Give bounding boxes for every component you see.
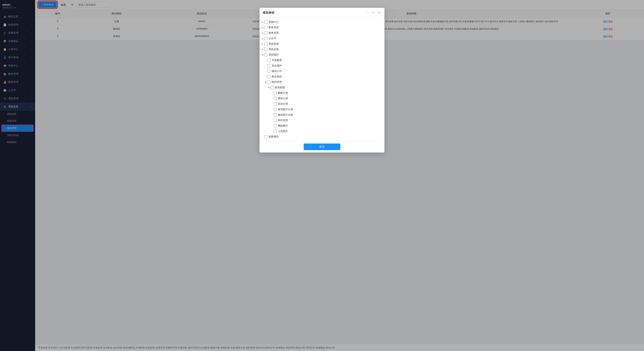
tree-item-财务管理[interactable]: ▶财务管理	[260, 30, 384, 36]
modal-backdrop: 添加身份 − □ × ▶营销中心▶教务管理▶财务管理▶公众号▶系统管理▶系统设置…	[0, 0, 644, 351]
tree-label: 更新分类	[278, 97, 288, 100]
tree-arrow-icon[interactable]: ▶	[261, 26, 264, 29]
tree-label: 附件管理	[272, 80, 282, 84]
modal-maximize-button[interactable]: □	[371, 10, 376, 15]
tree-label: 刷新缓存	[268, 135, 279, 138]
tree-checkbox-删除分类[interactable]	[274, 91, 277, 95]
tree-label: 上传图片	[278, 129, 288, 133]
tree-label: 删除分类	[278, 91, 288, 95]
tree-checkbox-附件管理[interactable]	[274, 119, 277, 122]
tree-arrow-icon[interactable]: ▶	[261, 21, 264, 23]
tree-label: 系统管理	[268, 42, 279, 46]
tree-item-附加权限[interactable]: ▼附加权限	[266, 85, 384, 90]
submit-button[interactable]: 提交	[304, 143, 340, 150]
tree-label: 营销中心	[268, 20, 279, 24]
tree-label: 系统维护	[268, 53, 279, 56]
tree-label: 附件管理	[278, 119, 288, 122]
tree-item-物流公司[interactable]: 物流公司	[263, 68, 384, 74]
tree-label: 物流公司	[272, 69, 282, 73]
tree-label: 开发配置	[272, 58, 282, 62]
tree-checkbox-教务管理[interactable]	[264, 26, 267, 29]
tree-checkbox-附加权限[interactable]	[270, 86, 274, 89]
tree-label: 安全维护	[272, 64, 282, 67]
tree-item-移动图片分类[interactable]: 移动图片分类	[269, 107, 384, 112]
tree-checkbox-附件管理[interactable]	[267, 80, 270, 84]
tree-checkbox-修改图片名称[interactable]	[274, 113, 277, 116]
modal-tree: ▶营销中心▶教务管理▶财务管理▶公众号▶系统管理▶系统设置▼系统维护开发配置安全…	[260, 19, 384, 139]
tree-checkbox-物流公司[interactable]	[267, 70, 270, 73]
modal-close-button[interactable]: ×	[377, 10, 381, 15]
tree-checkbox-移动图片分类[interactable]	[274, 108, 277, 111]
tree-checkbox-系统管理[interactable]	[264, 42, 267, 45]
tree-checkbox-添加分类[interactable]	[274, 102, 277, 105]
tree-arrow-icon[interactable]: ▶	[261, 48, 264, 50]
tree-label: 附加权限	[275, 86, 285, 89]
tree-label: 教务管理	[268, 26, 279, 29]
tree-item-系统设置[interactable]: ▶系统设置	[260, 47, 384, 52]
tree-checkbox-系统设置[interactable]	[264, 48, 267, 51]
modal-controls: − □ ×	[366, 10, 381, 15]
tree-label: 公众号	[268, 37, 276, 40]
tree-item-删除图片[interactable]: 删除图片	[269, 123, 384, 128]
tree-item-公众号[interactable]: ▶公众号	[260, 36, 384, 41]
tree-arrow-icon[interactable]: ▶	[261, 32, 264, 34]
tree-item-教务管理[interactable]: ▶教务管理	[260, 25, 384, 30]
tree-checkbox-刷新缓存[interactable]	[264, 135, 267, 138]
tree-arrow-icon[interactable]: ▼	[264, 81, 267, 83]
add-identity-modal: 添加身份 − □ × ▶营销中心▶教务管理▶财务管理▶公众号▶系统管理▶系统设置…	[260, 8, 384, 152]
tree-item-附件管理[interactable]: 附件管理	[269, 118, 384, 123]
tree-label: 商业授权	[272, 75, 282, 78]
tree-item-修改图片名称[interactable]: 修改图片名称	[269, 112, 384, 118]
tree-label: 删除图片	[278, 124, 288, 127]
modal-header: 添加身份 − □ ×	[260, 8, 384, 18]
tree-item-系统管理[interactable]: ▶系统管理	[260, 41, 384, 47]
tree-item-上传图片[interactable]: 上传图片	[269, 128, 384, 134]
tree-item-附件管理[interactable]: ▼附件管理	[263, 79, 384, 85]
tree-checkbox-删除图片[interactable]	[274, 124, 277, 127]
tree-item-删除分类[interactable]: 删除分类	[269, 90, 384, 96]
tree-item-刷新缓存[interactable]: 刷新缓存	[260, 134, 384, 139]
tree-label: 修改图片名称	[278, 113, 293, 117]
tree-item-更新分类[interactable]: 更新分类	[269, 96, 384, 101]
tree-arrow-icon[interactable]: ▼	[267, 87, 270, 89]
tree-checkbox-安全维护[interactable]	[267, 64, 270, 67]
tree-arrow-icon[interactable]: ▶	[261, 37, 264, 39]
tree-checkbox-更新分类[interactable]	[274, 97, 277, 100]
tree-checkbox-营销中心[interactable]	[264, 20, 267, 23]
modal-title: 添加身份	[263, 11, 274, 15]
tree-checkbox-上传图片[interactable]	[274, 130, 277, 133]
tree-item-添加分类[interactable]: 添加分类	[269, 101, 384, 107]
tree-checkbox-财务管理[interactable]	[264, 31, 267, 34]
tree-item-系统维护[interactable]: ▼系统维护	[260, 52, 384, 57]
tree-label: 财务管理	[268, 31, 279, 35]
tree-checkbox-系统维护[interactable]	[264, 53, 267, 56]
tree-label: 移动图片分类	[278, 108, 293, 111]
tree-arrow-icon[interactable]: ▼	[261, 54, 264, 56]
modal-footer: 提交	[260, 141, 384, 152]
tree-checkbox-商业授权[interactable]	[267, 75, 270, 78]
tree-label: 添加分类	[278, 102, 288, 106]
tree-item-开发配置[interactable]: 开发配置	[263, 57, 384, 63]
tree-item-安全维护[interactable]: 安全维护	[263, 63, 384, 68]
modal-body: ▶营销中心▶教务管理▶财务管理▶公众号▶系统管理▶系统设置▼系统维护开发配置安全…	[260, 18, 384, 141]
tree-item-营销中心[interactable]: ▶营销中心	[260, 19, 384, 25]
tree-item-商业授权[interactable]: 商业授权	[263, 74, 384, 79]
tree-arrow-icon[interactable]: ▶	[261, 43, 264, 45]
modal-minimize-button[interactable]: −	[366, 10, 370, 15]
tree-checkbox-开发配置[interactable]	[267, 59, 270, 62]
tree-label: 系统设置	[268, 47, 279, 51]
tree-checkbox-公众号[interactable]	[264, 37, 267, 40]
